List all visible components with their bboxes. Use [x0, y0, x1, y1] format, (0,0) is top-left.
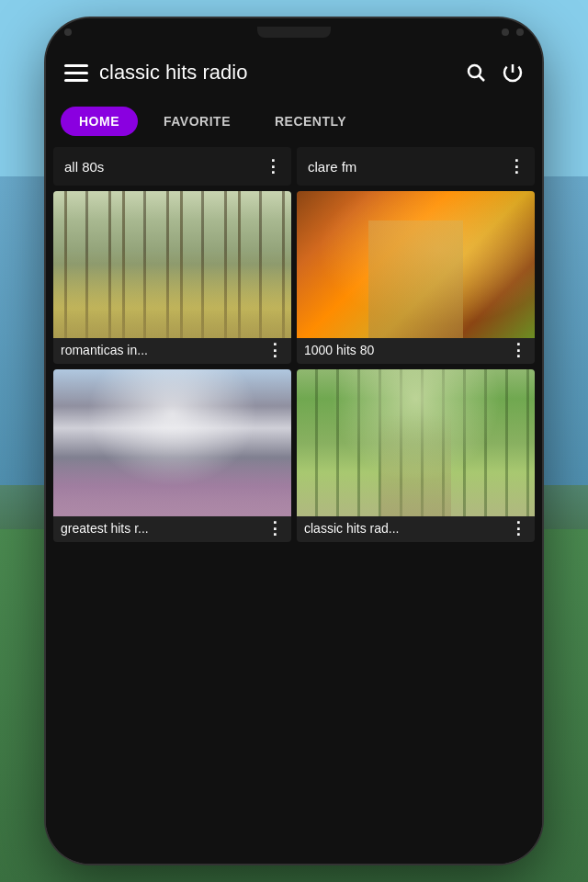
station-card[interactable]: 1000 hits 80 ⋮: [297, 191, 535, 364]
svg-line-1: [480, 76, 485, 82]
phone-notch: [257, 27, 331, 38]
station-thumbnail: [297, 191, 535, 338]
power-button[interactable]: [502, 62, 524, 84]
more-options-button[interactable]: ⋮: [265, 156, 282, 176]
station-card[interactable]: greatest hits r... ⋮: [53, 369, 291, 542]
tab-recently[interactable]: RECENTLY: [256, 107, 365, 136]
station-thumbnail: [53, 191, 291, 338]
list-item[interactable]: clare fm ⋮: [297, 147, 535, 186]
station-name: clare fm: [308, 159, 356, 175]
station-name: 1000 hits 80: [304, 343, 374, 357]
list-item[interactable]: all 80s ⋮: [53, 147, 291, 186]
tab-home[interactable]: HOME: [61, 107, 138, 136]
svg-point-0: [469, 65, 481, 77]
station-thumbnail: [53, 369, 291, 516]
more-options-button[interactable]: ⋮: [508, 156, 526, 176]
search-button[interactable]: [465, 62, 487, 84]
more-options-button[interactable]: ⋮: [510, 520, 527, 537]
station-name: all 80s: [64, 159, 104, 175]
station-thumbnail: [297, 369, 535, 516]
tab-bar: HOME FAVORITE RECENTLY: [46, 99, 542, 143]
phone-sensors: [502, 28, 524, 36]
more-options-button[interactable]: ⋮: [510, 342, 527, 358]
station-card[interactable]: romanticas in... ⋮: [53, 191, 291, 364]
phone-status-bar: [46, 18, 542, 46]
card-label-row: classic hits rad... ⋮: [297, 516, 535, 542]
search-icon: [465, 62, 487, 84]
station-name: classic hits rad...: [304, 521, 399, 536]
more-options-button[interactable]: ⋮: [266, 520, 284, 537]
app-header: classic hits radio: [46, 46, 542, 99]
card-label-row: 1000 hits 80 ⋮: [297, 338, 535, 364]
more-options-button[interactable]: ⋮: [266, 342, 284, 358]
app-container: classic hits radio HOME FA: [46, 46, 542, 864]
phone-camera: [64, 28, 72, 36]
power-icon: [502, 62, 524, 84]
card-label-row: greatest hits r... ⋮: [53, 516, 291, 542]
content-grid: all 80s ⋮ clare fm ⋮ romanticas in... ⋮: [46, 143, 542, 864]
image-grid: romanticas in... ⋮ 1000 hits 80 ⋮: [53, 191, 535, 542]
top-row: all 80s ⋮ clare fm ⋮: [53, 147, 535, 186]
app-title: classic hits radio: [99, 61, 454, 85]
header-icons: [465, 62, 524, 84]
station-name: romanticas in...: [61, 343, 148, 357]
phone-frame: classic hits radio HOME FA: [46, 18, 542, 864]
station-card[interactable]: classic hits rad... ⋮: [297, 369, 535, 542]
card-label-row: romanticas in... ⋮: [53, 338, 291, 364]
menu-button[interactable]: [64, 64, 88, 82]
tab-favorite[interactable]: FAVORITE: [145, 107, 249, 136]
station-name: greatest hits r...: [61, 521, 149, 536]
